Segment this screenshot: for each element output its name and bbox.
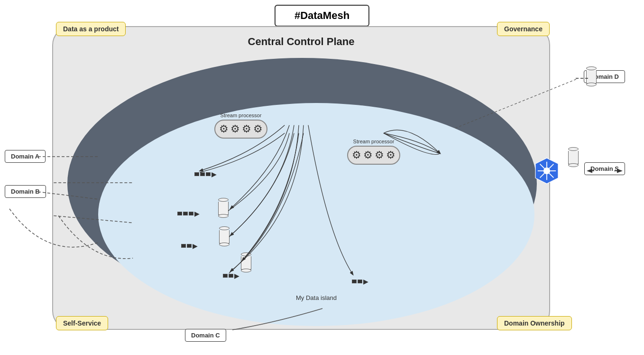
cyl-top — [586, 66, 597, 70]
queue-arrow: ▶ — [234, 272, 239, 280]
queue-1: ▶ — [194, 170, 217, 178]
qblock — [200, 172, 205, 176]
domain-b-box: Domain B — [5, 185, 46, 198]
island-label: My Data island — [296, 294, 337, 301]
gear-icon-2: ⚙ — [230, 123, 240, 135]
queue-2: ▶ — [177, 210, 200, 217]
cylinder-3 — [241, 252, 251, 272]
qblock — [223, 274, 228, 278]
cyl-bottom — [219, 243, 230, 246]
domain-s-cylinder — [568, 147, 579, 167]
stream-processor-1: Stream processor ⚙ ⚙ ⚙ ⚙ — [214, 112, 267, 139]
cyl-top — [219, 226, 230, 230]
cyl-body — [586, 70, 597, 84]
sp1-tube: ⚙ ⚙ ⚙ ⚙ — [214, 120, 267, 139]
qblock — [194, 172, 199, 176]
qblock — [206, 172, 211, 176]
qblock — [183, 212, 188, 215]
bottom-left-label: Self-Service — [56, 316, 108, 330]
cyl-top — [218, 198, 229, 202]
sp2-label: Stream processor — [353, 139, 395, 144]
cyl-top — [241, 252, 251, 256]
dark-ellipse: My Data island — [67, 58, 537, 309]
ccp-label: Central Control Plane — [248, 36, 355, 48]
qblock — [189, 212, 193, 215]
qblock — [187, 244, 192, 248]
cyl-bottom — [568, 163, 579, 167]
cyl-body — [241, 256, 251, 270]
gear-icon-7: ⚙ — [375, 149, 384, 161]
cyl-body — [568, 151, 579, 164]
page-title: #DataMesh — [275, 5, 369, 27]
cyl-body — [218, 202, 229, 215]
cyl-top — [568, 147, 579, 151]
main-container: Central Control Plane My Data island Str… — [52, 26, 550, 330]
sp1-label: Stream processor — [221, 112, 262, 118]
cylinder-2 — [219, 226, 230, 246]
qblock — [352, 280, 357, 283]
queue-arrow: ▶ — [363, 278, 368, 285]
light-ellipse: My Data island — [98, 103, 534, 326]
domain-a-box: Domain A — [5, 150, 46, 163]
cyl-body — [219, 230, 230, 243]
queue-arrow: ▶ — [193, 242, 198, 250]
gear-icon-5: ⚙ — [352, 149, 361, 161]
top-left-label: Data as a product — [56, 22, 126, 36]
bottom-right-label: Domain Ownership — [497, 316, 572, 330]
queue-arrow: ▶ — [212, 170, 217, 178]
gear-icon-3: ⚙ — [242, 123, 251, 135]
domain-d-cylinder — [586, 66, 597, 86]
stream-processor-2: Stream processor ⚙ ⚙ ⚙ ⚙ — [347, 139, 400, 165]
qblock — [229, 274, 233, 278]
cylinder-1 — [218, 198, 229, 218]
cyl-bottom — [241, 269, 251, 272]
qblock — [358, 280, 362, 283]
sp2-tube: ⚙ ⚙ ⚙ ⚙ — [347, 146, 400, 165]
qblock — [177, 212, 182, 215]
gear-icon-6: ⚙ — [363, 149, 373, 161]
queue-5: ▶ — [352, 278, 368, 285]
queue-arrow: ▶ — [194, 210, 200, 217]
gear-icon-4: ⚙ — [253, 123, 263, 135]
domain-c-box: Domain C — [185, 329, 226, 342]
domain-s-box: Domain S — [584, 162, 625, 175]
gear-icon-8: ⚙ — [386, 149, 396, 161]
cyl-bottom — [218, 214, 229, 218]
queue-3: ▶ — [181, 242, 198, 250]
qblock — [181, 244, 186, 248]
queue-4: ▶ — [223, 272, 239, 280]
gear-icon-1: ⚙ — [219, 123, 229, 135]
cyl-bottom — [586, 83, 597, 86]
kubernetes-logo — [533, 157, 561, 185]
top-right-label: Governance — [497, 22, 550, 36]
